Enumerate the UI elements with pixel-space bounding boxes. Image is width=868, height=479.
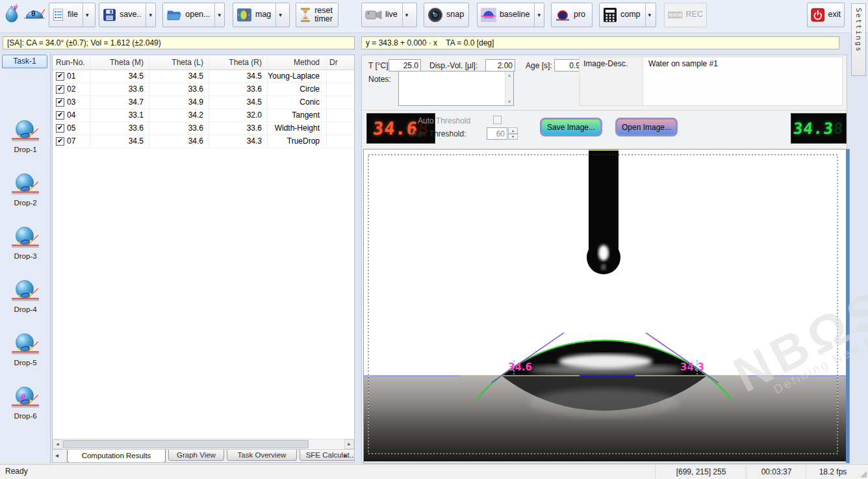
right-angle-value: 34.3 [793,120,834,138]
spinner-up-icon[interactable]: ▲ [508,127,518,134]
snap-button[interactable]: snap [424,3,469,27]
temperature-field[interactable] [389,59,421,71]
baseline-button-label: baseline [500,10,530,19]
measurement-panel: T [°C]: Disp.-Vol. [µl]: Age [s]: Image-… [361,55,847,463]
table-row[interactable]: 07 34.5 34.6 34.3 TrueDrop [53,135,354,148]
tab-task-1[interactable]: Task-1 [2,55,47,68]
magnification-icon [236,8,252,22]
file-button-label: file [68,10,78,19]
open-button[interactable]: open... ▾ [162,3,225,27]
scroll-left-arrow-icon[interactable]: ◂ [53,439,62,449]
scroll-right-arrow-icon[interactable]: ▸ [344,439,354,449]
baseline-dropdown-arrow-icon[interactable]: ▾ [534,3,541,27]
run-number: 07 [67,135,75,148]
live-dropdown-arrow-icon[interactable]: ▾ [402,3,409,27]
notes-scroll-up-icon[interactable]: ▴ [508,72,511,78]
table-row[interactable]: 05 33.6 33.6 33.6 Width-Height [53,122,354,135]
table-horizontal-scrollbar[interactable]: ◂ ▸ [53,439,354,448]
reset-timer-button[interactable]: reset timer [296,3,338,27]
run-checkbox[interactable] [56,72,64,81]
image-description-value[interactable]: Water on sample #1 [643,57,842,105]
image-description-box: Image-Desc. Water on sample #1 [579,57,843,106]
baseline-button[interactable]: baseline ▾ [477,3,544,27]
notes-label: Notes: [368,75,391,84]
drop-label: Drop-6 [14,412,36,420]
frame-edge-strip [846,149,849,463]
sidebar-item-drop-2[interactable]: Drop-2 [0,170,51,207]
manual-threshold-field[interactable] [487,127,507,140]
method-cell: TrueDrop [268,135,327,148]
reset-timer-button-label: reset timer [314,6,335,23]
sidebar-item-drop-6[interactable]: θ Drop-6 [0,383,51,420]
tab-next-arrow-icon[interactable]: ▸ [344,452,347,459]
header-theta-m[interactable]: Theta (M) [90,55,149,70]
file-dropdown-arrow-icon[interactable]: ▾ [83,3,89,27]
header-run-no[interactable]: Run-No. [53,55,90,70]
tab-prev-arrow-icon[interactable]: ◂ [55,452,58,459]
frame-rate: 18.2 fps [806,465,860,479]
image-description-label: Image-Desc. [580,57,643,105]
open-dropdown-arrow-icon[interactable]: ▾ [214,3,221,27]
save-image-button[interactable]: Save Image... [540,118,602,136]
file-button[interactable]: file ▾ [49,3,96,27]
spinner-down-icon[interactable]: ▼ [508,134,518,140]
header-dr[interactable]: Dr [327,55,355,70]
notes-field[interactable]: ▴ ▾ [398,71,514,106]
header-method[interactable]: Method [268,55,327,70]
tab-computation-results[interactable]: Computation Results [67,450,166,463]
scrollbar-thumb[interactable] [63,440,309,448]
manual-threshold-label: Man. Threshold: [410,129,466,138]
dispense-volume-label: Disp.-Vol. [µl]: [429,61,478,70]
live-button[interactable]: live ▾ [361,3,417,27]
run-checkbox[interactable] [56,124,64,133]
sidebar-item-drop-4[interactable]: Drop-4 [0,277,51,313]
sidebar-item-drop-3[interactable]: Drop-3 [0,224,51,260]
open-image-button[interactable]: Open Image... [615,118,678,136]
pixel-readout: [699, 215] 255 [655,465,747,479]
header-theta-l[interactable]: Theta (L) [149,55,209,70]
header-theta-r[interactable]: Theta (R) [209,55,268,70]
theta-m-cell: 33.6 [90,122,149,135]
method-cell: Circle [268,83,327,96]
pro-button-label: pro [574,10,585,19]
right-angle-seven-segment-display: 34.38 [791,113,847,144]
comp-dropdown-arrow-icon[interactable]: ▾ [645,3,652,27]
mag-button-label: mag [255,10,271,19]
run-checkbox[interactable] [56,85,64,94]
run-checkbox[interactable] [56,137,64,146]
dispense-volume-field[interactable] [485,59,515,71]
sidebar-item-drop-1[interactable]: Drop-1 [0,117,51,153]
theta-m-cell: 33.6 [90,83,149,96]
tab-task-overview[interactable]: Task Overview [227,450,297,461]
table-row[interactable]: 04 33.1 34.2 32.0 Tangent [53,109,354,122]
notes-scrollbar[interactable]: ▴ ▾ [505,71,513,105]
open-button-label: open... [185,10,210,19]
status-bar: Ready [699, 215] 255 00:03:37 18.2 fps ◢ [0,464,868,479]
save-dropdown-arrow-icon[interactable]: ▾ [146,3,152,27]
tab-graph-view[interactable]: Graph View [168,450,224,461]
mag-button[interactable]: mag ▾ [233,3,290,27]
settings-panel-tab[interactable]: Settings [851,3,866,76]
resize-grip[interactable]: ◢ [860,469,867,478]
main-window: γ θ file ▾ [0,0,868,479]
table-row[interactable]: 01 34.5 34.5 34.5 Young-Laplace [53,70,354,83]
theta-m-cell: 34.5 [90,135,149,148]
table-row[interactable]: 02 33.6 33.6 33.6 Circle [53,83,354,96]
mag-dropdown-arrow-icon[interactable]: ▾ [275,3,282,27]
save-button[interactable]: save.. ▾ [99,3,156,27]
run-checkbox[interactable] [56,98,64,107]
table-row[interactable]: 03 34.7 34.9 34.5 Conic [53,96,354,109]
drop-thumbnail-icon [10,277,40,304]
run-number: 05 [67,122,75,135]
theta-l-cell: 33.6 [149,122,209,135]
sidebar-item-drop-5[interactable]: Drop-5 [0,330,51,367]
drop-label: Drop-4 [14,305,36,313]
comp-button[interactable]: comp ▾ [599,3,656,27]
run-checkbox[interactable] [56,111,64,120]
pro-button[interactable]: pro [551,3,593,27]
drop-thumbnail-icon [10,117,40,144]
exit-button[interactable]: exit [807,3,845,27]
method-cell: Young-Laplace [268,70,327,83]
notes-scroll-down-icon[interactable]: ▾ [508,99,511,105]
drop-camera-image[interactable]: 34.6 34.3 [364,149,846,461]
